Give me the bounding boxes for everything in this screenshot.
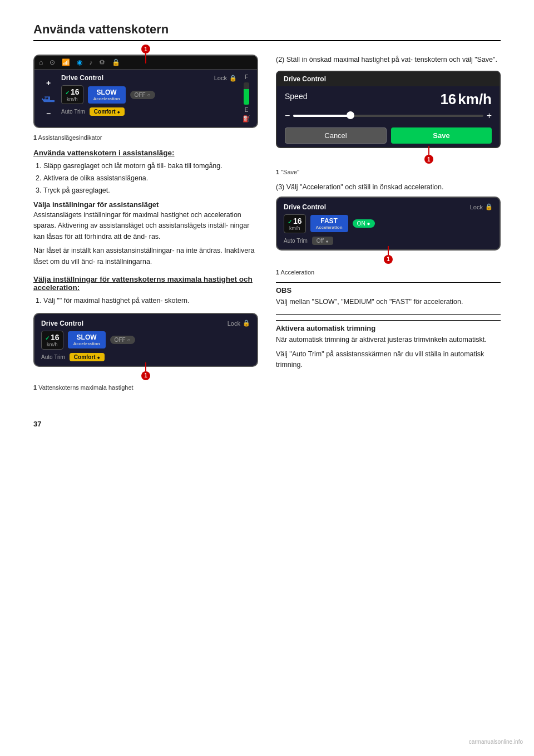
speed-label: Speed bbox=[285, 92, 307, 101]
section-heading2: Välja inställningar för vattenskoterns m… bbox=[33, 275, 258, 292]
screen3-wrap: Drive Control Lock 🔒 ✓ bbox=[33, 313, 258, 370]
comfort-label: Comfort bbox=[94, 109, 116, 115]
inst-list-1: Släpp gasreglaget och låt motorn gå till… bbox=[33, 160, 258, 196]
speed-value-large: 16 bbox=[440, 92, 456, 106]
screen3-content: Drive Control Lock 🔒 ✓ bbox=[34, 314, 257, 366]
indicator2-line bbox=[428, 146, 429, 155]
indicator4-num: 1 bbox=[384, 255, 393, 264]
slider-minus-icon: − bbox=[285, 111, 290, 121]
screen3-accel-sub: Acceleration bbox=[73, 341, 100, 346]
screen1-wrap: 1 ⌂ ⊙ 📶 ◉ ♪ ⚙ 🔒 bbox=[33, 55, 258, 131]
page-number: 37 bbox=[33, 420, 501, 428]
screen3-check-icon: ✓ bbox=[45, 335, 50, 341]
section-heading1: Använda vattenskotern i assistansläge: bbox=[33, 149, 258, 157]
screen1-content: + 🛥 − Drive Control Lock 🔒 bbox=[34, 70, 257, 127]
list-item-3: Tryck på gasreglaget. bbox=[43, 185, 258, 196]
screen3-speed-num: 16 bbox=[51, 333, 60, 342]
screen3-auto-trim: Auto Trim Comfort ⬥ bbox=[41, 353, 250, 361]
caption4: 1 Acceleration bbox=[276, 269, 501, 276]
screen4-off-chevron: ⬥ bbox=[325, 238, 329, 244]
lock-area: Lock 🔒 bbox=[214, 75, 237, 82]
screen4-speed-box: ✓ 16 km/h bbox=[284, 214, 306, 233]
indicator4-line bbox=[388, 246, 389, 255]
indicator1-line bbox=[145, 53, 146, 63]
screen3-ctrl-title: Drive Control bbox=[41, 320, 83, 327]
screen3-circle-icon: ○ bbox=[127, 337, 131, 343]
screen2-speed-display: Speed 16 km/h bbox=[285, 92, 492, 106]
indicator2-bottom: 1 bbox=[424, 146, 433, 164]
off-toggle: OFF ○ bbox=[130, 91, 155, 99]
speed-unit: km/h bbox=[67, 96, 78, 102]
f-label: F bbox=[245, 74, 248, 80]
watermark: carmanualsonline.info bbox=[469, 739, 523, 745]
gas-pump-icon: ⛽ bbox=[243, 115, 250, 122]
screen4-lock-icon: 🔒 bbox=[485, 203, 493, 210]
slider-row: − + bbox=[285, 111, 492, 121]
screen3-off-label: OFF bbox=[115, 337, 126, 343]
screen4-lock-area: Lock 🔒 bbox=[470, 203, 493, 210]
lock-label: Lock bbox=[214, 75, 227, 81]
indicator3-bottom: 1 bbox=[141, 362, 150, 380]
screen3-speed-box: ✓ 16 km/h bbox=[41, 331, 63, 350]
caption3: 1 Vattenskoterns maximala hastighet bbox=[33, 384, 258, 391]
aktivera-para2: Välj "Auto Trim" på assistansskärmen när… bbox=[276, 349, 501, 371]
screen4-center: Drive Control Lock 🔒 ✓ bbox=[284, 203, 493, 245]
screen2: Drive Control Speed 16 km/h − bbox=[276, 71, 501, 148]
on-toggle: ON ● bbox=[353, 219, 375, 228]
subheading1: Välja inställningar för assistansläget bbox=[33, 200, 258, 209]
right-step2-num: (2) bbox=[276, 56, 284, 63]
screen4-off-badge: Off ⬥ bbox=[312, 237, 333, 245]
screen4-off-lbl: Off bbox=[317, 238, 324, 244]
speed-num-box: ✓ 16 km/h bbox=[61, 85, 83, 104]
screen3-off-toggle: OFF ○ bbox=[110, 336, 135, 344]
speed-kmh-unit: km/h bbox=[458, 92, 492, 106]
caption1: 1 Assistanslägesindikator bbox=[33, 134, 258, 141]
screen3: Drive Control Lock 🔒 ✓ bbox=[33, 313, 258, 367]
screen3-lock-icon: 🔒 bbox=[243, 320, 250, 327]
on-circle-icon: ● bbox=[367, 220, 370, 227]
screen4-check-icon: ✓ bbox=[288, 219, 292, 225]
screen4-speed-row: ✓ 16 km/h FAST Acceleration bbox=[284, 214, 493, 233]
lock-icon: 🔒 bbox=[229, 75, 237, 82]
screen3-unit: km/h bbox=[47, 342, 58, 347]
right-column: (2) Ställ in önskad maximal hastighet på… bbox=[276, 55, 501, 397]
screen4-accel-sub: Acceleration bbox=[316, 225, 343, 230]
para2: När låset är inställt kan assistansinstä… bbox=[33, 246, 258, 267]
screen3-comfort-lbl: Comfort bbox=[74, 354, 96, 360]
indicator1-num: 1 bbox=[141, 45, 150, 53]
music-icon: ♪ bbox=[89, 58, 92, 66]
home-icon: ⌂ bbox=[39, 58, 43, 66]
slider-plus-icon: + bbox=[487, 111, 492, 121]
screen2-header: Drive Control bbox=[277, 72, 500, 86]
save-button[interactable]: Save bbox=[391, 127, 492, 144]
screen4-speed-num: 16 bbox=[293, 217, 302, 225]
page-title: Använda vattenskotern bbox=[33, 22, 501, 41]
on-label: ON bbox=[357, 220, 365, 227]
accel-btn-slow: SLOW Acceleration bbox=[88, 86, 126, 104]
screen1-left-side: + 🛥 − bbox=[41, 74, 56, 122]
drive-ctrl-header: Drive Control Lock 🔒 bbox=[61, 74, 237, 82]
screen1: ⌂ ⊙ 📶 ◉ ♪ ⚙ 🔒 + bbox=[33, 55, 258, 128]
cancel-button[interactable]: Cancel bbox=[285, 127, 387, 144]
jetski-icon: 🛥 bbox=[41, 90, 56, 107]
speed-value-display: 16 km/h bbox=[440, 92, 492, 106]
obs-text: Välj mellan "SLOW", "MEDIUM" och "FAST" … bbox=[276, 297, 501, 307]
screen3-speed-big: ✓ 16 bbox=[45, 333, 60, 342]
aktivera-para1: När automatisk trimning är aktiverat jus… bbox=[276, 335, 501, 345]
screen3-ctrl-header: Drive Control Lock 🔒 bbox=[41, 320, 250, 327]
screen4-accel-btn: FAST Acceleration bbox=[310, 215, 348, 232]
speed-big: ✓ 16 bbox=[65, 87, 80, 96]
screen1-center: Drive Control Lock 🔒 ✓ bbox=[61, 74, 237, 122]
screen4-content: Drive Control Lock 🔒 ✓ bbox=[277, 198, 500, 249]
screen4-auto-trim: Auto Trim Off ⬥ bbox=[284, 237, 493, 245]
left-column: 1 ⌂ ⊙ 📶 ◉ ♪ ⚙ 🔒 bbox=[33, 55, 258, 397]
indicator3-num: 1 bbox=[141, 371, 150, 380]
screen4-ctrl-title: Drive Control bbox=[284, 203, 326, 211]
aktivera-title: Aktivera automatisk trimning bbox=[276, 324, 501, 332]
speed-number: 16 bbox=[71, 87, 80, 96]
screen3-accel-btn: SLOW Acceleration bbox=[68, 331, 106, 348]
signal-icon: 📶 bbox=[62, 58, 70, 66]
right-intro2: (2) Ställ in önskad maximal hastighet på… bbox=[276, 55, 501, 65]
off-label: OFF bbox=[135, 92, 146, 98]
list-item-a: Välj "" för maximal hastighet på vatten-… bbox=[43, 295, 258, 306]
